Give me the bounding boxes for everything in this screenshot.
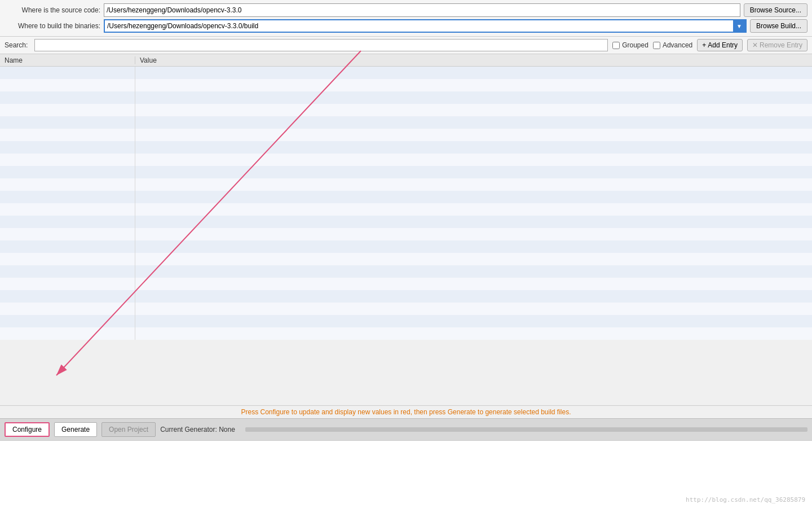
search-input[interactable]: [34, 39, 608, 51]
add-entry-label: Add Entry: [708, 41, 738, 49]
current-generator-label: Current Generator: None: [160, 426, 235, 433]
table-cell-name: [0, 290, 135, 303]
table-cell-name: [0, 91, 135, 104]
table-cell-name: [0, 240, 135, 253]
table-cell-value: [135, 154, 812, 166]
table-cell-name: [0, 67, 135, 79]
build-path-container: ▼: [104, 19, 747, 33]
table-row: [0, 216, 812, 228]
table-row: [0, 327, 812, 340]
dropdown-arrow-icon: ▼: [736, 23, 742, 29]
add-entry-button[interactable]: + Add Entry: [697, 39, 743, 51]
table-row: [0, 240, 812, 253]
table-row: [0, 141, 812, 154]
table-row: [0, 265, 812, 278]
table-row: [0, 178, 812, 191]
table-cell-value: [135, 216, 812, 228]
bottom-toolbar: Configure Generate Open Project Current …: [0, 418, 812, 440]
table-cell-value: [135, 178, 812, 191]
table-cell-name: [0, 129, 135, 141]
table-cell-name: [0, 154, 135, 166]
table-cell-name: [0, 191, 135, 203]
table-cell-value: [135, 79, 812, 91]
advanced-label: Advanced: [663, 41, 692, 49]
table-row: [0, 67, 812, 79]
configure-button[interactable]: Configure: [5, 422, 50, 437]
table-cell-name: [0, 228, 135, 240]
table-cell-value: [135, 228, 812, 240]
table-cell-value: [135, 303, 812, 315]
remove-entry-button[interactable]: ✕ Remove Entry: [747, 39, 807, 51]
advanced-checkbox[interactable]: [653, 42, 660, 49]
table-cell-name: [0, 178, 135, 191]
table-cell-value: [135, 191, 812, 203]
generate-button[interactable]: Generate: [54, 422, 97, 437]
table-cell-name: [0, 166, 135, 178]
source-path-row: Where is the source code: Browse Source.…: [5, 3, 807, 17]
table-cell-value: [135, 290, 812, 303]
table-cell-name: [0, 104, 135, 116]
table-cell-name: [0, 203, 135, 216]
source-path-input[interactable]: [104, 3, 740, 17]
table-row: [0, 228, 812, 240]
table-cell-name: [0, 327, 135, 340]
table-row: [0, 191, 812, 203]
table-header-name: Name: [0, 56, 135, 64]
status-message: Press Configure to update and display ne…: [241, 408, 571, 416]
grouped-checkbox-group: Grouped: [612, 41, 648, 49]
table-cell-name: [0, 216, 135, 228]
table-cell-value: [135, 240, 812, 253]
table-cell-value: [135, 91, 812, 104]
table-cell-value: [135, 116, 812, 129]
table-row: [0, 116, 812, 129]
table-body: [0, 67, 812, 405]
log-area[interactable]: http://blog.csdn.net/qq_36285879: [0, 440, 812, 508]
grouped-checkbox[interactable]: [612, 42, 620, 49]
table-row: [0, 154, 812, 166]
main-container: Where is the source code: Browse Source.…: [0, 0, 812, 508]
table-cell-value: [135, 327, 812, 340]
table-cell-value: [135, 104, 812, 116]
table-section: Name Value: [0, 54, 812, 405]
watermark: http://blog.csdn.net/qq_36285879: [686, 496, 805, 503]
status-bar: Press Configure to update and display ne…: [0, 405, 812, 418]
browse-build-button[interactable]: Browse Build...: [750, 19, 807, 33]
plus-icon: +: [702, 41, 706, 49]
table-row: [0, 253, 812, 265]
build-label: Where to build the binaries:: [5, 22, 100, 30]
table-cell-value: [135, 203, 812, 216]
table-row: [0, 290, 812, 303]
path-section: Where is the source code: Browse Source.…: [0, 0, 812, 37]
table-row: [0, 104, 812, 116]
search-section: Search: Grouped Advanced + Add Entry ✕ R…: [0, 37, 812, 54]
build-path-input[interactable]: [105, 20, 733, 32]
table-cell-name: [0, 278, 135, 290]
table-cell-value: [135, 315, 812, 327]
table-cell-name: [0, 116, 135, 129]
table-cell-name: [0, 141, 135, 154]
table-row: [0, 315, 812, 327]
table-row: [0, 129, 812, 141]
advanced-checkbox-group: Advanced: [653, 41, 692, 49]
table-row: [0, 303, 812, 315]
progress-bar: [245, 427, 807, 432]
table-header-value: Value: [135, 56, 812, 64]
table-cell-value: [135, 141, 812, 154]
table-cell-name: [0, 303, 135, 315]
build-path-row: Where to build the binaries: ▼ Browse Bu…: [5, 19, 807, 33]
table-cell-name: [0, 253, 135, 265]
table-cell-value: [135, 166, 812, 178]
remove-entry-label: Remove Entry: [760, 41, 802, 49]
build-path-dropdown-button[interactable]: ▼: [733, 20, 745, 32]
table-cell-name: [0, 315, 135, 327]
search-label: Search:: [5, 41, 28, 49]
source-label: Where is the source code:: [5, 6, 100, 14]
table-cell-name: [0, 79, 135, 91]
grouped-label: Grouped: [622, 41, 648, 49]
open-project-button[interactable]: Open Project: [102, 422, 156, 437]
table-row: [0, 278, 812, 290]
table-header: Name Value: [0, 54, 812, 67]
table-cell-value: [135, 67, 812, 79]
browse-source-button[interactable]: Browse Source...: [744, 3, 807, 17]
table-row: [0, 79, 812, 91]
